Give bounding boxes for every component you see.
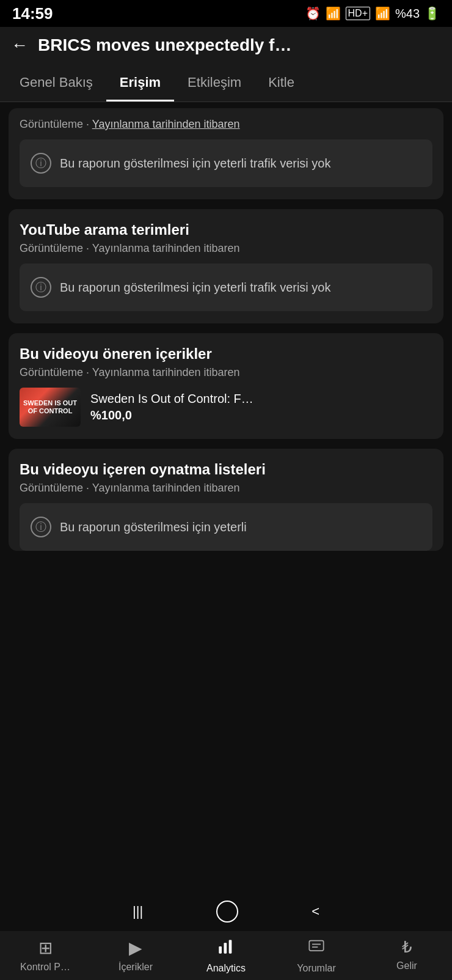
kontrol-icon: ⊞ (38, 938, 53, 958)
nav-label-analytics: Analytics (206, 963, 246, 974)
playlists-info-text: Bu raporun gösterilmesi için yeterli (60, 518, 247, 536)
nav-label-yorumlar: Yorumlar (297, 963, 335, 974)
tab-etkilesim[interactable]: Etkileşim (174, 64, 255, 101)
info-icon: ⓘ (31, 153, 51, 174)
page-title: BRICS moves unexpectedly f… (38, 35, 441, 55)
youtube-search-info-icon: ⓘ (31, 277, 51, 298)
playlists-card: Bu videoyu içeren oynatma listeleri Görü… (9, 449, 443, 551)
tab-kitle[interactable]: Kitle (255, 64, 308, 101)
hd-icon: HD+ (346, 7, 370, 20)
playlists-title: Bu videoyu içeren oynatma listeleri (20, 461, 432, 478)
video-thumbnail: SWEDEN IS OUT OF CONTROL (20, 388, 81, 427)
nav-item-yorumlar[interactable]: Yorumlar (271, 929, 362, 980)
svg-rect-1 (224, 943, 227, 954)
video-percent: %100,0 (90, 408, 432, 422)
wifi-icon: 📶 (326, 6, 341, 21)
tab-genel-bakis[interactable]: Genel Bakış (6, 64, 106, 101)
suggesting-content-subtitle: Görüntüleme · Yayınlanma tarihinden itib… (20, 366, 432, 379)
gelir-icon: ₺ (402, 938, 412, 957)
back-button[interactable]: ← (11, 35, 28, 55)
battery-icon: 🔋 (425, 6, 440, 21)
signal-icon: 📶 (375, 6, 390, 21)
icerikler-icon: ▶ (129, 938, 142, 958)
system-nav: ||| < (0, 892, 452, 931)
nav-label-kontrol: Kontrol P… (20, 962, 70, 973)
youtube-search-info-text: Bu raporun gösterilmesi için yeterli tra… (60, 279, 331, 296)
back-system-button[interactable]: < (312, 904, 319, 919)
partial-info-text: Bu raporun gösterilmesi için yeterli tra… (60, 155, 331, 172)
suggesting-content-card: Bu videoyu öneren içerikler Görüntüleme … (9, 333, 443, 439)
bottom-nav: ⊞ Kontrol P… ▶ İçerikler Analytics Yorum… (0, 929, 452, 980)
nav-label-icerikler: İçerikler (118, 962, 153, 973)
header: ← BRICS moves unexpectedly f… (0, 27, 452, 64)
nav-item-kontrol[interactable]: ⊞ Kontrol P… (0, 929, 90, 980)
partial-info-box: ⓘ Bu raporun gösterilmesi için yeterli t… (20, 139, 432, 187)
partial-top-card: Görüntüleme · Yayınlanma tarihinden itib… (9, 108, 443, 199)
nav-item-analytics[interactable]: Analytics (181, 929, 271, 980)
home-button[interactable] (216, 901, 238, 923)
youtube-search-card: YouTube arama terimleri Görüntüleme · Ya… (9, 209, 443, 323)
status-time: 14:59 (12, 4, 53, 23)
thumb-text: SWEDEN IS OUT OF CONTROL (20, 397, 81, 418)
alarm-icon: ⏰ (305, 6, 321, 21)
youtube-search-info-box: ⓘ Bu raporun gösterilmesi için yeterli t… (20, 263, 432, 311)
nav-item-gelir[interactable]: ₺ Gelir (362, 929, 452, 980)
content-area: Görüntüleme · Yayınlanma tarihinden itib… (0, 102, 452, 677)
status-bar: 14:59 ⏰ 📶 HD+ 📶 %43 🔋 (0, 0, 452, 27)
partial-underline: Yayınlanma tarihinden itibaren (92, 118, 240, 130)
tab-erisim[interactable]: Erişim (106, 64, 174, 101)
youtube-search-title: YouTube arama terimleri (20, 221, 432, 238)
youtube-search-subtitle: Görüntüleme · Yayınlanma tarihinden itib… (20, 242, 432, 255)
nav-label-gelir: Gelir (396, 960, 417, 971)
video-title: Sweden Is Out of Control: F… (90, 392, 432, 406)
yorumlar-icon (308, 938, 325, 959)
video-info: Sweden Is Out of Control: F… %100,0 (90, 392, 432, 422)
playlists-info-box: ⓘ Bu raporun gösterilmesi için yeterli (20, 503, 432, 551)
video-list-item[interactable]: SWEDEN IS OUT OF CONTROL Sweden Is Out o… (20, 388, 432, 427)
battery-text: %43 (395, 7, 420, 21)
playlists-subtitle: Görüntüleme · Yayınlanma tarihinden itib… (20, 482, 432, 495)
analytics-icon (217, 938, 235, 959)
status-icons: ⏰ 📶 HD+ 📶 %43 🔋 (305, 6, 440, 21)
suggesting-content-title: Bu videoyu öneren içerikler (20, 345, 432, 363)
svg-rect-3 (309, 941, 323, 951)
nav-item-icerikler[interactable]: ▶ İçerikler (90, 929, 181, 980)
recents-button[interactable]: ||| (133, 904, 143, 919)
tabs-bar: Genel Bakış Erişim Etkileşim Kitle (0, 64, 452, 102)
svg-rect-0 (219, 946, 222, 954)
partial-card-subtitle: Görüntüleme · Yayınlanma tarihinden itib… (20, 118, 432, 131)
svg-rect-2 (229, 940, 232, 954)
playlists-info-icon: ⓘ (31, 517, 51, 537)
